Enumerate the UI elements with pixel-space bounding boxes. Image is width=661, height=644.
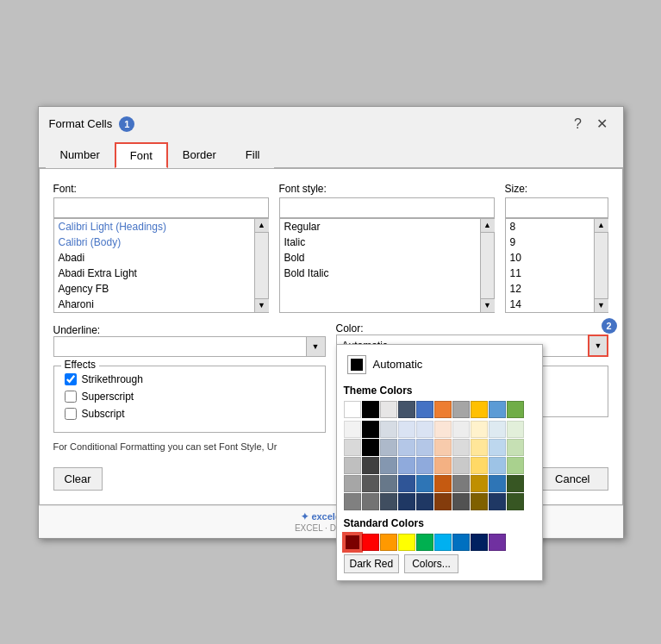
shade-swatch[interactable]: [434, 421, 452, 438]
underline-input[interactable]: [54, 338, 306, 355]
shade-swatch[interactable]: [471, 493, 488, 510]
standard-color-swatch[interactable]: [344, 534, 361, 551]
shade-swatch[interactable]: [507, 439, 524, 456]
superscript-checkbox[interactable]: [65, 391, 77, 403]
more-colors-btn[interactable]: Colors...: [404, 554, 458, 573]
size-listbox[interactable]: 8 9 10 11 12 14: [505, 218, 595, 313]
tab-font[interactable]: Font: [115, 142, 168, 168]
shade-swatch[interactable]: [344, 475, 361, 492]
font-input[interactable]: [53, 197, 269, 218]
theme-color-swatch[interactable]: [416, 401, 433, 418]
size-list-item[interactable]: 9: [506, 234, 594, 250]
theme-color-swatch[interactable]: [362, 401, 379, 418]
shade-swatch[interactable]: [380, 493, 397, 510]
shade-swatch[interactable]: [434, 475, 452, 492]
shade-swatch[interactable]: [452, 457, 470, 474]
size-list-item[interactable]: 12: [506, 281, 594, 297]
shade-swatch[interactable]: [362, 421, 379, 438]
font-scrollbar[interactable]: ▲ ▼: [255, 218, 269, 313]
standard-color-swatch[interactable]: [398, 534, 415, 551]
theme-color-swatch[interactable]: [380, 401, 397, 418]
automatic-color-btn[interactable]: Automatic: [344, 352, 535, 378]
style-list-item[interactable]: Bold Italic: [280, 266, 480, 281]
scroll-down-arrow[interactable]: ▼: [481, 298, 495, 312]
scroll-down-arrow[interactable]: ▼: [255, 298, 269, 312]
size-input[interactable]: [505, 197, 608, 218]
shade-swatch[interactable]: [416, 457, 433, 474]
shade-swatch[interactable]: [489, 457, 506, 474]
size-list-item[interactable]: 8: [506, 219, 594, 234]
shade-swatch[interactable]: [380, 457, 397, 474]
font-list-item[interactable]: Calibri Light (Headings): [54, 219, 254, 234]
shade-swatch[interactable]: [380, 439, 397, 456]
shade-swatch[interactable]: [416, 439, 433, 456]
shade-swatch[interactable]: [398, 493, 415, 510]
theme-color-swatch[interactable]: [398, 401, 415, 418]
theme-color-swatch[interactable]: [344, 401, 361, 418]
style-list-item[interactable]: Italic: [280, 234, 480, 250]
shade-swatch[interactable]: [471, 421, 488, 438]
theme-color-swatch[interactable]: [434, 401, 452, 418]
theme-color-swatch[interactable]: [471, 401, 488, 418]
shade-swatch[interactable]: [398, 421, 415, 438]
scroll-up-arrow[interactable]: ▲: [481, 219, 495, 233]
tab-border[interactable]: Border: [168, 142, 231, 168]
cancel-button[interactable]: Cancel: [537, 467, 608, 491]
color-dropdown-btn[interactable]: ▼: [589, 335, 608, 356]
standard-color-swatch[interactable]: [434, 534, 452, 551]
shade-swatch[interactable]: [471, 475, 488, 492]
shade-swatch[interactable]: [471, 439, 488, 456]
shade-swatch[interactable]: [362, 475, 379, 492]
shade-swatch[interactable]: [434, 439, 452, 456]
shade-swatch[interactable]: [452, 421, 470, 438]
shade-swatch[interactable]: [452, 439, 470, 456]
shade-swatch[interactable]: [380, 475, 397, 492]
shade-swatch[interactable]: [507, 493, 524, 510]
font-list-item[interactable]: Calibri (Body): [54, 234, 254, 250]
shade-swatch[interactable]: [362, 439, 379, 456]
style-list-item[interactable]: Regular: [280, 219, 480, 234]
size-list-item[interactable]: 14: [506, 297, 594, 312]
theme-color-swatch[interactable]: [507, 401, 524, 418]
standard-color-swatch[interactable]: [489, 534, 506, 551]
standard-color-swatch[interactable]: [362, 534, 379, 551]
size-list-item[interactable]: 11: [506, 266, 594, 281]
shade-swatch[interactable]: [398, 475, 415, 492]
standard-color-swatch[interactable]: [452, 534, 470, 551]
shade-swatch[interactable]: [362, 457, 379, 474]
shade-swatch[interactable]: [489, 493, 506, 510]
shade-swatch[interactable]: [489, 439, 506, 456]
shade-swatch[interactable]: [507, 457, 524, 474]
scroll-up-arrow[interactable]: ▲: [255, 219, 269, 233]
tab-number[interactable]: Number: [46, 142, 115, 168]
shade-swatch[interactable]: [471, 457, 488, 474]
font-list-item[interactable]: Abadi Extra Light: [54, 266, 254, 281]
theme-color-swatch[interactable]: [489, 401, 506, 418]
shade-swatch[interactable]: [416, 421, 433, 438]
style-list-item[interactable]: Bold: [280, 250, 480, 266]
font-list-item[interactable]: Aharoni: [54, 297, 254, 312]
font-listbox[interactable]: Calibri Light (Headings) Calibri (Body) …: [53, 218, 255, 313]
subscript-checkbox[interactable]: [65, 408, 77, 420]
font-list-item[interactable]: Agency FB: [54, 281, 254, 297]
shade-swatch[interactable]: [380, 421, 397, 438]
underline-arrow-btn[interactable]: ▼: [306, 337, 325, 356]
size-list-item[interactable]: 10: [506, 250, 594, 266]
shade-swatch[interactable]: [344, 457, 361, 474]
close-button[interactable]: ✕: [592, 114, 613, 134]
shade-swatch[interactable]: [489, 475, 506, 492]
shade-swatch[interactable]: [398, 439, 415, 456]
shade-swatch[interactable]: [344, 493, 361, 510]
shade-swatch[interactable]: [452, 493, 470, 510]
shade-swatch[interactable]: [507, 421, 524, 438]
shade-swatch[interactable]: [344, 421, 361, 438]
shade-swatch[interactable]: [507, 475, 524, 492]
scroll-up-arrow[interactable]: ▲: [595, 219, 608, 233]
font-style-input[interactable]: [279, 197, 495, 218]
underline-select[interactable]: ▼: [53, 336, 326, 357]
shade-swatch[interactable]: [416, 493, 433, 510]
clear-button[interactable]: Clear: [53, 467, 103, 491]
shade-swatch[interactable]: [452, 475, 470, 492]
theme-color-swatch[interactable]: [452, 401, 470, 418]
help-button[interactable]: ?: [568, 114, 589, 134]
